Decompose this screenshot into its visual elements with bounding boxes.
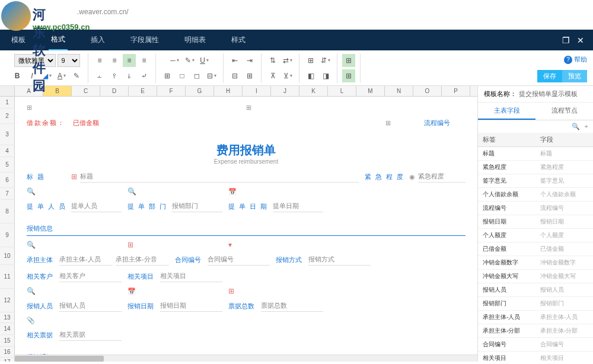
fill-color-button[interactable]: ◢ (40, 69, 53, 82)
col-header-E[interactable]: E (129, 86, 157, 96)
valign-bottom-button[interactable]: ⫰ (123, 69, 136, 82)
italic-button[interactable]: I (25, 69, 39, 82)
search-icon[interactable]: 🔍 (27, 187, 36, 196)
menu-style[interactable]: 样式 (229, 30, 248, 50)
border-none-button[interactable]: ◻ (190, 69, 203, 82)
indent-inc-button[interactable]: ⇥ (243, 54, 256, 67)
row-header-15[interactable]: 15 (0, 335, 15, 347)
field-row[interactable]: 报销人员报销人员 (478, 283, 593, 297)
search-icon[interactable]: 🔍 (572, 123, 580, 130)
expand-icon[interactable]: ⊞ (27, 104, 32, 111)
row-header-3[interactable]: 3 (0, 124, 15, 145)
row-header-1[interactable]: 1 (0, 97, 15, 108)
close-icon[interactable]: ✕ (577, 36, 584, 45)
urgency-field[interactable]: 紧急程度 (418, 171, 466, 183)
col-header-F[interactable]: F (157, 86, 186, 96)
border-more-button[interactable]: ⊟ (205, 69, 218, 82)
row-header-9[interactable]: 9 (0, 223, 15, 247)
col-header-N[interactable]: N (385, 86, 413, 96)
align-center-button[interactable]: ≡ (108, 54, 121, 67)
tickets-field[interactable]: 相关票据 (59, 329, 122, 341)
col-header-I[interactable]: I (243, 86, 271, 96)
bearer-person[interactable]: 承担主体-人员 (59, 254, 113, 266)
customer-field[interactable]: 相关客户 (59, 270, 122, 282)
field-row[interactable]: 报销日期报销日期 (478, 215, 593, 229)
row-header-5[interactable]: 5 (0, 157, 15, 173)
attachment-icon[interactable]: 📎 (27, 317, 35, 324)
date-icon-2[interactable]: 📅 (127, 288, 136, 295)
col-header-C[interactable]: C (72, 86, 100, 96)
auto-width-button[interactable]: ⊻ (281, 69, 294, 82)
row-header-10[interactable]: 10 (0, 247, 15, 265)
search-icon-4[interactable]: 🔍 (27, 287, 36, 295)
border-color-button[interactable]: ✎ (183, 54, 196, 67)
menu-insert[interactable]: 插入 (88, 30, 107, 50)
help-button[interactable]: 帮助 (564, 55, 587, 64)
row-header-11[interactable]: 11 (0, 265, 15, 289)
row-height-button[interactable]: ⇅ (266, 54, 279, 67)
row-header-17[interactable]: 17 (0, 357, 15, 362)
field-row[interactable]: 合同编号合同编号 (478, 338, 593, 352)
field-row[interactable]: 紧急程度紧急程度 (478, 161, 593, 174)
menu-field-props[interactable]: 字段属性 (128, 30, 161, 50)
submitter-field[interactable]: 提单人员 (71, 200, 122, 212)
font-size-select[interactable]: 9 (58, 54, 80, 67)
radio-icon[interactable]: ◉ (409, 173, 415, 181)
grid-button[interactable]: ⊞ (342, 54, 355, 67)
menu-template[interactable]: 模板 (9, 30, 28, 50)
wrap-button[interactable]: ⤶ (138, 69, 151, 82)
sort-button[interactable]: ⇵ (319, 54, 332, 67)
date-field[interactable]: 提单日期 (273, 200, 323, 212)
field-row[interactable]: 标题标题 (478, 147, 593, 161)
merge-button[interactable]: ⊟ (228, 69, 241, 82)
upload-icon-2[interactable]: ⊞ (228, 287, 234, 295)
row-header-12[interactable]: 12 (0, 289, 15, 312)
field-row[interactable]: 报销部门报销部门 (478, 297, 593, 311)
expand-icon-2[interactable]: ⊞ (246, 104, 251, 111)
font-family-select[interactable]: 微软雅黑 (14, 54, 56, 67)
row-header-7[interactable]: 7 (0, 188, 15, 200)
field-row[interactable]: 个人借款余额个人借款余额 (478, 188, 593, 202)
bold-button[interactable]: B (11, 69, 24, 82)
reimburse-date-field[interactable]: 报销日期 (160, 300, 222, 312)
tab-main-fields[interactable]: 主表字段 (478, 103, 535, 120)
select-all-corner[interactable] (0, 86, 15, 97)
col-header-B[interactable]: B (43, 86, 72, 96)
scroll-thumb[interactable] (15, 356, 104, 362)
project-field[interactable]: 相关项目 (160, 270, 222, 282)
col-header-A[interactable]: A (15, 86, 43, 96)
font-color-button[interactable]: A (55, 69, 68, 82)
restore-icon[interactable]: ❐ (562, 36, 570, 45)
underline-style-button[interactable]: U (198, 54, 211, 67)
bearer-dept[interactable]: 承担主体-分音 (116, 254, 169, 266)
col-header-D[interactable]: D (100, 86, 129, 96)
col-header-K[interactable]: K (299, 86, 328, 96)
format-painter-button[interactable]: ✎ (70, 69, 83, 82)
address-bar[interactable]: .weaver.com.cn/ (0, 3, 593, 21)
contract-field[interactable]: 合同编号 (208, 254, 270, 266)
col-width-button[interactable]: ⇄ (281, 54, 294, 67)
row-header-13[interactable]: 13 (0, 312, 15, 323)
horizontal-scrollbar[interactable] (15, 355, 477, 362)
add-icon[interactable]: + (585, 123, 588, 130)
search-icon-3[interactable]: 🔍 (27, 241, 36, 249)
expand-icon-3[interactable]: ⊞ (385, 119, 391, 127)
menu-detail-table[interactable]: 明细表 (182, 30, 208, 50)
row-header-2[interactable]: 2 (0, 108, 15, 124)
row-header-8[interactable]: 8 (0, 200, 15, 223)
field-row[interactable]: 冲销金额数字冲销金额数字 (478, 256, 593, 270)
spreadsheet[interactable]: ABCDEFGHIJKLMNOP 12345678910111213141516… (0, 86, 477, 362)
field-row[interactable]: 签字意见签字意见 (478, 174, 593, 188)
auto-height-button[interactable]: ⊼ (266, 69, 279, 82)
method-field[interactable]: 报销方式 (308, 254, 371, 266)
find-button[interactable]: ◨ (319, 69, 332, 82)
row-header-16[interactable]: 16 (0, 347, 15, 357)
row-header-14[interactable]: 14 (0, 323, 15, 335)
col-header-M[interactable]: M (356, 86, 385, 96)
field-row[interactable]: 相关项目相关项目 (478, 352, 593, 362)
preview-button[interactable]: 预览 (562, 70, 587, 82)
col-header-L[interactable]: L (328, 86, 356, 96)
valign-top-button[interactable]: ⫠ (93, 69, 106, 82)
col-header-P[interactable]: P (442, 86, 470, 96)
field-row[interactable]: 承担主体-人员承担主体-人员 (478, 311, 593, 324)
